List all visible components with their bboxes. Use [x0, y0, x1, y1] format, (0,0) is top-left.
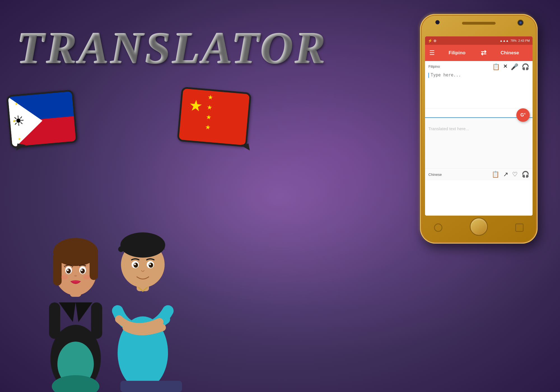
listen-output-button[interactable]: 🎧: [522, 171, 529, 178]
phone-back-button[interactable]: [515, 223, 524, 232]
svg-point-29: [134, 263, 136, 265]
male-character: [104, 190, 182, 392]
svg-point-30: [149, 263, 151, 265]
swap-languages-button[interactable]: ⇄: [478, 48, 489, 58]
svg-point-9: [66, 269, 71, 274]
translate-icon: G×: [521, 112, 526, 118]
ph-bubble-tail: [16, 144, 26, 152]
translate-button[interactable]: G×: [516, 108, 530, 122]
copy-output-button[interactable]: 📋: [492, 171, 499, 178]
phone-recent-apps-button[interactable]: [434, 223, 442, 232]
ph-flag-shape: ☀ ★ ★ ★: [6, 90, 78, 148]
svg-point-11: [67, 269, 69, 271]
cn-bubble-tail: [240, 144, 250, 152]
cn-small-stars: ★ ★ ★ ★: [205, 94, 214, 131]
svg-rect-5: [53, 252, 62, 286]
phone-speaker: [462, 22, 496, 25]
favorite-button[interactable]: ♡: [512, 171, 518, 178]
battery-level: 78%: [510, 39, 517, 42]
output-section: Translated text here...: [425, 118, 533, 168]
clock: 2:43 PM: [518, 39, 530, 42]
svg-rect-6: [90, 252, 98, 280]
svg-point-17: [83, 275, 90, 279]
wifi-signal: ▲▲▲: [500, 39, 509, 42]
clear-input-button[interactable]: ✕: [503, 63, 507, 71]
cn-star-3: ★: [206, 114, 212, 122]
status-bar: ⚡ ⊕ ▲▲▲ 78% 2:43 PM: [425, 36, 533, 45]
copy-input-button[interactable]: 📋: [492, 63, 500, 71]
phone-front-camera: [435, 20, 440, 24]
phone-screen: ⚡ ⊕ ▲▲▲ 78% 2:43 PM ☰ Filipino ⇄ Chinese…: [425, 36, 533, 216]
phone-home-button[interactable]: [470, 218, 488, 236]
svg-point-12: [81, 269, 83, 271]
source-language[interactable]: Filipino: [438, 50, 476, 56]
microphone-button[interactable]: 🎤: [511, 63, 518, 71]
phone-camera: [517, 20, 524, 26]
source-text-input[interactable]: [428, 71, 529, 107]
app-title: TRANSLATOR: [17, 22, 327, 74]
china-flag-bubble: ★ ★ ★ ★ ★: [179, 90, 258, 154]
input-action-icons: 📋 ✕ 🎤 🎧: [492, 63, 529, 71]
phone-body: ⚡ ⊕ ▲▲▲ 78% 2:43 PM ☰ Filipino ⇄ Chinese…: [420, 14, 538, 244]
listen-input-button[interactable]: 🎧: [522, 63, 529, 71]
cn-star-4: ★: [205, 123, 211, 131]
output-action-icons: 📋 ↗ ♡ 🎧: [492, 171, 529, 178]
input-section: Filipino 📋 ✕ 🎤 🎧: [425, 61, 533, 108]
output-footer: Chinese 📋 ↗ ♡ 🎧: [425, 168, 533, 180]
translated-text: Translated text here...: [428, 126, 529, 149]
cn-large-star: ★: [188, 97, 203, 114]
output-lang-label: Chinese: [428, 172, 442, 177]
share-button[interactable]: ↗: [503, 171, 508, 178]
svg-rect-19: [91, 302, 102, 339]
svg-point-28: [149, 263, 153, 268]
target-language[interactable]: Chinese: [491, 50, 529, 56]
input-lang-label: Filipino: [428, 64, 440, 69]
phone-mockup: ⚡ ⊕ ▲▲▲ 78% 2:43 PM ☰ Filipino ⇄ Chinese…: [420, 14, 538, 244]
svg-rect-31: [120, 381, 182, 392]
female-character: [36, 196, 115, 392]
menu-button[interactable]: ☰: [429, 49, 435, 57]
app-toolbar: ☰ Filipino ⇄ Chinese: [425, 45, 533, 61]
svg-rect-18: [49, 302, 60, 339]
philippines-flag-bubble: ☀ ★ ★ ★: [8, 92, 84, 154]
svg-point-10: [80, 269, 85, 274]
translate-button-container: G×: [425, 108, 533, 118]
svg-point-16: [61, 275, 68, 279]
svg-point-15: [74, 275, 77, 277]
source-text-cursor: [428, 73, 429, 78]
cn-flag-shape: ★ ★ ★ ★ ★: [177, 87, 251, 147]
cn-star-1: ★: [207, 94, 214, 101]
cn-star-2: ★: [207, 104, 213, 111]
svg-point-27: [134, 263, 138, 268]
usb-icon: ⚡ ⊕: [428, 39, 437, 43]
